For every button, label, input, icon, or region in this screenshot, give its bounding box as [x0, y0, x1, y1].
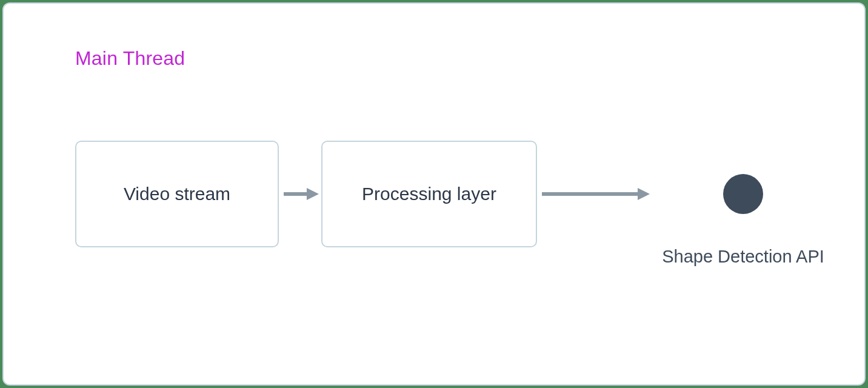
node-video-stream: Video stream [75, 141, 279, 247]
flow-row: Video stream Processing layer Shape Dete… [75, 141, 834, 247]
node-processing-layer: Processing layer [321, 141, 537, 247]
arrow-icon [279, 185, 321, 203]
svg-marker-1 [307, 188, 319, 200]
svg-marker-3 [638, 188, 650, 200]
node-processing-layer-label: Processing layer [362, 184, 496, 204]
diagram-container: Main Thread Video stream Processing laye… [2, 2, 866, 386]
arrow-icon [537, 185, 652, 203]
node-video-stream-label: Video stream [124, 184, 230, 204]
node-shape-detection-api-label: Shape Detection API [662, 247, 824, 267]
node-shape-detection-api: Shape Detection API [652, 174, 834, 214]
circle-icon [723, 174, 763, 214]
diagram-title: Main Thread [75, 47, 185, 70]
